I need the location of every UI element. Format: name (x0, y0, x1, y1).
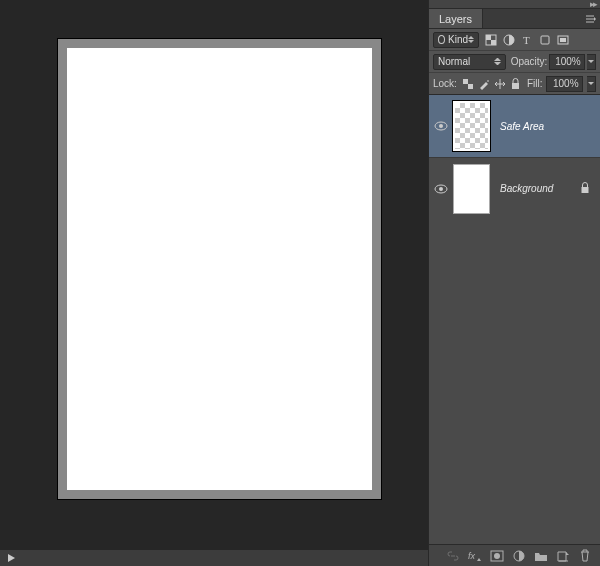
lock-all-button[interactable] (509, 77, 523, 91)
lock-label: Lock: (433, 78, 457, 89)
fill-input[interactable]: 100% (546, 76, 582, 92)
layer-mask-button[interactable] (490, 549, 504, 563)
document-workspace (0, 0, 428, 566)
blend-mode-value: Normal (438, 56, 470, 67)
fill-label: Fill: (527, 78, 543, 89)
dropdown-arrow-icon (468, 36, 474, 43)
panel-grip[interactable]: ▸▸ (429, 0, 600, 9)
status-bar (0, 550, 428, 566)
svg-rect-7 (560, 38, 566, 42)
tab-label: Layers (439, 13, 472, 25)
layer-row[interactable]: Safe Area (429, 95, 600, 157)
blend-mode-dropdown[interactable]: Normal (433, 54, 506, 70)
tab-spacer (483, 9, 582, 28)
svg-rect-9 (468, 84, 473, 89)
opacity-slider-toggle[interactable] (587, 54, 596, 70)
svg-rect-8 (463, 79, 468, 84)
layers-list: Safe Area Background (429, 95, 600, 544)
filter-icons: T (484, 33, 570, 47)
svg-rect-2 (491, 40, 496, 45)
panel-menu-button[interactable] (582, 9, 600, 28)
layer-style-button[interactable]: fx (468, 549, 482, 563)
fill-value: 100% (553, 78, 579, 89)
opacity-input[interactable]: 100% (549, 54, 584, 70)
layer-name[interactable]: Safe Area (500, 121, 544, 132)
lock-buttons (461, 77, 523, 91)
filter-smart-icon[interactable] (556, 33, 570, 47)
lock-position-button[interactable] (493, 77, 507, 91)
layers-panel: ▸▸ Layers Kind T Normal Opacity: 100 (428, 0, 600, 566)
link-layers-button[interactable] (446, 549, 460, 563)
new-layer-button[interactable] (556, 549, 570, 563)
filter-pixel-icon[interactable] (484, 33, 498, 47)
adjustment-layer-button[interactable] (512, 549, 526, 563)
delete-layer-button[interactable] (578, 549, 592, 563)
visibility-toggle[interactable] (429, 184, 453, 194)
opacity-value: 100% (555, 56, 581, 67)
layer-thumbnail[interactable] (453, 164, 490, 214)
layers-footer: fx (429, 544, 600, 566)
panel-tabbar: Layers (429, 9, 600, 29)
lock-icon (580, 182, 590, 196)
svg-text:fx: fx (468, 551, 476, 561)
svg-point-12 (439, 124, 443, 128)
layer-row[interactable]: Background (429, 157, 600, 219)
svg-point-18 (494, 553, 500, 559)
fill-slider-toggle[interactable] (587, 76, 596, 92)
svg-rect-10 (512, 83, 519, 89)
blend-row: Normal Opacity: 100% (429, 51, 600, 73)
layer-group-button[interactable] (534, 549, 548, 563)
svg-rect-1 (486, 35, 491, 40)
tab-layers[interactable]: Layers (429, 9, 483, 28)
filter-row: Kind T (429, 29, 600, 51)
lock-pixels-button[interactable] (477, 77, 491, 91)
svg-point-14 (439, 187, 443, 191)
collapse-icon[interactable]: ▸▸ (590, 0, 596, 9)
filter-type-icon[interactable]: T (520, 33, 534, 47)
svg-text:T: T (523, 34, 530, 46)
canvas[interactable] (67, 48, 372, 490)
lock-transparency-button[interactable] (461, 77, 475, 91)
layer-thumbnail[interactable] (453, 101, 490, 151)
filter-adjustment-icon[interactable] (502, 33, 516, 47)
status-play-icon[interactable] (8, 554, 15, 562)
canvas-pasteboard (58, 39, 381, 499)
dropdown-arrow-icon (494, 58, 501, 65)
filter-type-label: Kind (448, 34, 468, 45)
opacity-label: Opacity: (511, 56, 548, 67)
layer-name[interactable]: Background (500, 183, 553, 194)
filter-type-dropdown[interactable]: Kind (433, 32, 479, 48)
svg-rect-5 (541, 36, 549, 44)
lock-row: Lock: Fill: 100% (429, 73, 600, 95)
filter-shape-icon[interactable] (538, 33, 552, 47)
svg-rect-15 (582, 187, 589, 193)
visibility-toggle[interactable] (429, 121, 453, 131)
